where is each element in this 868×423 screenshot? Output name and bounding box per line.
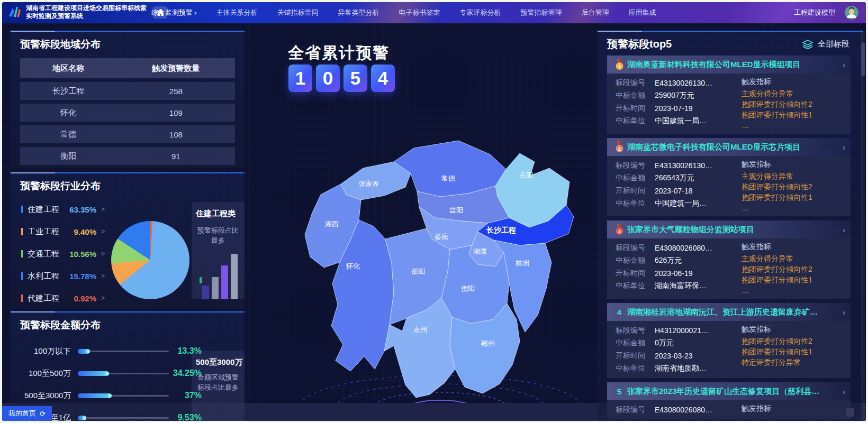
industry-pie-chart[interactable] — [111, 221, 189, 299]
nav-item-0[interactable]: 综合监测预警▾ — [151, 8, 197, 17]
page-scrollbar[interactable] — [861, 31, 865, 421]
field-row: 开标时间2023-06-19 — [616, 267, 742, 280]
nav-menu: 综合监测预警▾主体关系分析关键指标雷同异常类型分析电子标书鉴定专家评标分析预警指… — [151, 2, 656, 23]
field-row: 标段编号E43080026080… — [616, 403, 742, 416]
chevron-right-icon[interactable]: › — [843, 143, 845, 152]
nav-item-5[interactable]: 专家评标分析 — [460, 8, 501, 17]
counter-digit: 4 — [371, 65, 395, 92]
trigger-indicators: 触发指标 — [742, 403, 844, 416]
top5-card-5[interactable]: 5张家界市2023年历史遗留矿山生态修复项目（慈利县…›标段编号E4308002… — [607, 382, 851, 419]
bar-person-illustration — [192, 251, 245, 299]
corner-widget[interactable] — [846, 408, 854, 417]
nav-item-3[interactable]: 异常类型分析 — [338, 8, 379, 17]
region-table: 地区名称触发预警数量 长沙工程258怀化109常德108衡阳91 — [20, 58, 235, 165]
top5-card-body: 标段编号E43080026080…触发指标 — [607, 400, 851, 419]
top5-card-2[interactable]: 2湖南蓝芯微电子科技有限公司MLED显示芯片项目›标段编号E4313002613… — [607, 138, 851, 216]
amount-bar-fill — [78, 393, 112, 398]
model-switch-label[interactable]: 工程建设模型 — [794, 8, 835, 17]
field-value: 2023-03-23 — [655, 352, 693, 360]
chevron-right-icon[interactable]: › — [843, 60, 845, 69]
indicator-item: 抱团评委打分倾向性2 — [742, 336, 844, 346]
field-value: E43130026130… — [655, 161, 712, 170]
field-label: 开标时间 — [616, 186, 655, 196]
field-row: 中标单位湖南海富环保… — [616, 280, 742, 292]
user-avatar[interactable] — [845, 6, 858, 20]
field-row: 中标金额259007万元 — [616, 89, 742, 102]
medal-3-icon: 3 — [615, 224, 624, 235]
indicator-item: 抱团评委打分倾向性2 — [742, 99, 844, 109]
nav-item-7[interactable]: 后台管理 — [582, 8, 609, 17]
field-label: 中标单位 — [616, 281, 655, 291]
industry-legend: 住建工程63.35%>工业工程9.40%>交通工程10.56%>水利工程15.7… — [21, 198, 105, 309]
legend-item-交通工程[interactable]: 交通工程10.56%> — [21, 243, 105, 265]
region-name: 怀化 — [20, 108, 117, 118]
field-row: 中标金额266543万元 — [616, 172, 742, 185]
legend-item-工业工程[interactable]: 工业工程9.40%> — [21, 220, 105, 243]
top5-card-4[interactable]: 4湖南湘桂岩溶地湖南沅江、资江上游历史遗留废弃矿…›标段编号H431200002… — [607, 303, 851, 378]
top5-header: 预警标段top5 全部标段 — [598, 32, 863, 56]
my-homepage-button[interactable]: 我的首页 ⟳ — [2, 406, 52, 421]
nav-item-4[interactable]: 电子标书鉴定 — [399, 8, 440, 17]
top5-card-header: 3张家界市大气颗粒物组分监测站项目› — [607, 220, 851, 238]
project-fields: 标段编号H4312000021…中标金额0万元开标时间2023-03-23中标单… — [616, 324, 742, 375]
nav-item-6[interactable]: 预警指标管理 — [521, 8, 562, 17]
amount-range-label: 100至500万 — [24, 369, 71, 379]
counter-digit: 0 — [316, 65, 340, 92]
province-total-title: 全省累计预警 — [288, 42, 390, 64]
nav-item-8[interactable]: 应用集成 — [629, 8, 656, 17]
field-row: 开标时间2023-07-19 — [616, 102, 742, 115]
field-row: 标段编号E43130026130… — [616, 77, 742, 89]
legend-tick — [21, 206, 23, 213]
field-value: 中国建筑一局… — [655, 116, 707, 126]
nav-item-2[interactable]: 关键指标雷同 — [277, 8, 319, 17]
top5-card-header: 2湖南蓝芯微电子科技有限公司MLED显示芯片项目› — [607, 138, 851, 156]
map-label-changde: 常德 — [441, 174, 456, 182]
field-row: 中标单位湖南省地质勘… — [616, 362, 742, 375]
field-label: 标段编号 — [616, 326, 655, 335]
scrollbar-thumb[interactable] — [861, 42, 865, 76]
person-silhouette — [196, 271, 201, 276]
trigger-label: 触发指标 — [742, 242, 844, 253]
indicator-item: 抱团评委打分倾向性2 — [742, 181, 844, 192]
trigger-indicators: 触发指标抱团评委打分倾向性2抱团评委打分倾向性1特定评委打分异常 — [742, 324, 844, 375]
rank-badge: 3 — [611, 224, 627, 235]
top5-card-1[interactable]: 1湖南奥蓝新材料科技有限公司MLED显示模组项目›标段编号E4313002613… — [607, 56, 851, 134]
project-fields: 标段编号E43080026080… — [616, 403, 742, 416]
main-content: 预警标段地域分布 地区名称触发预警数量 长沙工程258怀化109常德108衡阳9… — [2, 23, 866, 421]
amount-bar-track — [78, 351, 169, 352]
region-table-header: 地区名称触发预警数量 — [20, 58, 235, 78]
panel-amount-distribution: 预警标段金额分布 100万以下13.3%100至500万34.25%500至30… — [11, 311, 245, 421]
indicator-item: 抱团评委打分倾向性1 — [742, 109, 844, 120]
field-value: 2023-07-19 — [655, 104, 693, 113]
field-value: 2023-07-18 — [655, 187, 693, 195]
top5-card-3[interactable]: 3张家界市大气颗粒物组分监测站项目›标段编号E43080026080…中标金额6… — [607, 220, 851, 299]
industry-highlight-card: 住建工程类 预警标段占比最多 — [192, 202, 245, 299]
total-warning-counter: 1054 — [288, 65, 395, 92]
indicator-item: 抱团评委打分倾向性1 — [742, 192, 844, 203]
all-sections-link[interactable]: 全部标段 — [802, 39, 849, 49]
counter-digit: 1 — [288, 65, 312, 92]
trigger-label: 触发指标 — [742, 77, 844, 88]
field-label: 开标时间 — [616, 104, 655, 113]
hunan-province-map: 张家界常德岳阳湘西益阳长沙工程怀化娄底湘潭株洲邵阳衡阳永州郴州 — [282, 133, 586, 421]
field-row: 中标单位中国建筑一局… — [616, 197, 742, 210]
legend-percentage: 0.92% — [67, 294, 96, 303]
legend-item-住建工程[interactable]: 住建工程63.35%> — [21, 198, 105, 220]
refresh-icon: ⟳ — [40, 410, 46, 418]
field-value: E43080026080… — [655, 406, 712, 414]
chevron-right-icon[interactable]: › — [843, 225, 845, 234]
project-title: 湖南奥蓝新材料科技有限公司MLED显示模组项目 — [627, 60, 838, 70]
field-row: 标段编号H4312000021… — [616, 324, 742, 337]
chevron-right-icon[interactable]: › — [843, 387, 845, 396]
nav-item-1[interactable]: 主体关系分析 — [216, 8, 258, 17]
field-value: E43080026080… — [655, 244, 712, 252]
chevron-right-icon[interactable]: › — [843, 308, 845, 317]
chevron-right-icon: > — [101, 295, 105, 302]
legend-name: 水利工程 — [28, 271, 67, 281]
legend-item-水利工程[interactable]: 水利工程15.78%> — [21, 265, 105, 287]
map-label-xiangxi: 湘西 — [325, 220, 339, 228]
indicator-item: … — [742, 285, 844, 296]
field-value: 0万元 — [655, 338, 674, 348]
legend-item-代建工程[interactable]: 代建工程0.92%> — [21, 287, 105, 309]
project-title: 张家界市大气颗粒物组分监测站项目 — [627, 225, 838, 235]
